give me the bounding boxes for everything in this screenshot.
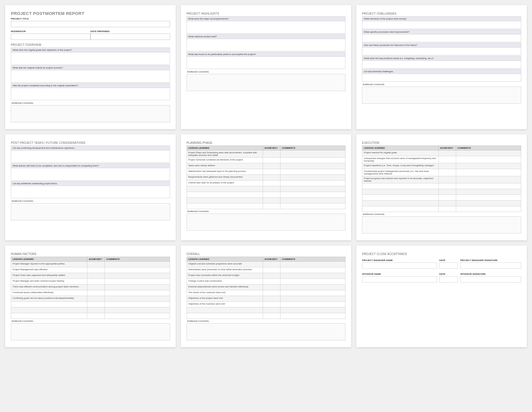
- achieved-cell[interactable]: [87, 273, 105, 279]
- comments-cell[interactable]: [280, 169, 345, 175]
- comments-cell[interactable]: [456, 150, 521, 156]
- comments-cell[interactable]: [456, 176, 521, 183]
- post-q2-input[interactable]: [11, 168, 170, 181]
- comments-cell[interactable]: [105, 290, 170, 296]
- highlights-q1-input[interactable]: [187, 21, 346, 34]
- overall-comments-input[interactable]: [187, 323, 346, 340]
- comments-cell[interactable]: [105, 302, 170, 307]
- comments-cell[interactable]: [105, 296, 170, 302]
- achieved-cell[interactable]: [438, 201, 456, 206]
- comments-cell[interactable]: [456, 189, 521, 195]
- achieved-cell[interactable]: [263, 198, 280, 203]
- achieved-cell[interactable]: [87, 262, 105, 267]
- comments-cell[interactable]: [105, 285, 170, 290]
- achieved-cell[interactable]: [438, 163, 456, 169]
- execution-comments-input[interactable]: [362, 216, 521, 234]
- comments-cell[interactable]: [280, 150, 345, 158]
- human-comments-input[interactable]: [11, 323, 170, 340]
- sp-name-input[interactable]: [362, 276, 437, 282]
- achieved-cell[interactable]: [438, 150, 456, 156]
- comments-cell[interactable]: [280, 267, 345, 273]
- highlights-q3-input[interactable]: [187, 56, 346, 69]
- comments-cell[interactable]: [456, 201, 521, 206]
- achieved-cell[interactable]: [263, 307, 280, 313]
- achieved-cell[interactable]: [263, 262, 280, 267]
- comments-cell[interactable]: [105, 279, 170, 285]
- achieved-cell[interactable]: [263, 313, 280, 319]
- comments-cell[interactable]: [280, 285, 345, 290]
- achieved-cell[interactable]: [438, 195, 456, 201]
- comments-cell[interactable]: [280, 262, 345, 267]
- achieved-cell[interactable]: [263, 175, 280, 181]
- project-title-input[interactable]: [11, 21, 170, 27]
- challenges-comments-input[interactable]: [362, 87, 521, 104]
- achieved-cell[interactable]: [263, 158, 280, 163]
- comments-cell[interactable]: [280, 279, 345, 285]
- achieved-cell[interactable]: [438, 169, 456, 176]
- overview-q1-input[interactable]: [11, 52, 170, 65]
- moderator-input[interactable]: [11, 34, 90, 40]
- achieved-cell[interactable]: [87, 307, 105, 313]
- comments-cell[interactable]: [280, 273, 345, 279]
- achieved-cell[interactable]: [263, 186, 280, 192]
- comments-cell[interactable]: [456, 163, 521, 169]
- comments-cell[interactable]: [105, 313, 170, 319]
- comments-cell[interactable]: [280, 158, 345, 163]
- comments-cell[interactable]: [280, 192, 345, 198]
- post-q3-input[interactable]: [11, 186, 170, 198]
- achieved-cell[interactable]: [263, 192, 280, 198]
- sp-date-input[interactable]: [439, 276, 458, 282]
- highlights-comments-input[interactable]: [187, 74, 346, 91]
- overview-q3-input[interactable]: [11, 88, 170, 100]
- achieved-cell[interactable]: [87, 296, 105, 302]
- achieved-cell[interactable]: [87, 279, 105, 285]
- post-comments-input[interactable]: [11, 203, 170, 220]
- comments-cell[interactable]: [456, 206, 521, 212]
- comments-cell[interactable]: [280, 198, 345, 203]
- achieved-cell[interactable]: [263, 279, 280, 285]
- achieved-cell[interactable]: [263, 169, 280, 175]
- post-q1-input[interactable]: [11, 150, 170, 163]
- comments-cell[interactable]: [280, 313, 345, 319]
- comments-cell[interactable]: [280, 181, 345, 186]
- achieved-cell[interactable]: [263, 302, 280, 307]
- achieved-cell[interactable]: [87, 267, 105, 273]
- comments-cell[interactable]: [105, 262, 170, 267]
- comments-cell[interactable]: [280, 296, 345, 302]
- achieved-cell[interactable]: [438, 176, 456, 183]
- date-prepared-input[interactable]: [90, 34, 170, 40]
- achieved-cell[interactable]: [87, 313, 105, 319]
- comments-cell[interactable]: [456, 169, 521, 176]
- comments-cell[interactable]: [105, 267, 170, 273]
- achieved-cell[interactable]: [87, 302, 105, 307]
- achieved-cell[interactable]: [263, 150, 280, 158]
- planning-comments-input[interactable]: [187, 213, 346, 231]
- comments-cell[interactable]: [105, 273, 170, 279]
- achieved-cell[interactable]: [263, 296, 280, 302]
- comments-cell[interactable]: [105, 307, 170, 313]
- overview-q2-input[interactable]: [11, 70, 170, 83]
- comments-cell[interactable]: [280, 163, 345, 169]
- comments-cell[interactable]: [456, 156, 521, 163]
- achieved-cell[interactable]: [263, 285, 280, 290]
- comments-cell[interactable]: [280, 175, 345, 181]
- challenges-q3-input[interactable]: [362, 47, 521, 55]
- achieved-cell[interactable]: [438, 183, 456, 189]
- achieved-cell[interactable]: [263, 181, 280, 186]
- comments-cell[interactable]: [456, 183, 521, 189]
- challenges-q2-input[interactable]: [362, 34, 521, 42]
- challenges-q5-input[interactable]: [362, 74, 521, 82]
- highlights-q2-input[interactable]: [187, 39, 346, 51]
- comments-cell[interactable]: [280, 203, 345, 209]
- comments-cell[interactable]: [280, 302, 345, 307]
- comments-cell[interactable]: [456, 195, 521, 201]
- achieved-cell[interactable]: [438, 156, 456, 163]
- achieved-cell[interactable]: [87, 290, 105, 296]
- comments-cell[interactable]: [280, 186, 345, 192]
- challenges-q1-input[interactable]: [362, 21, 521, 29]
- challenges-q4-input[interactable]: [362, 60, 521, 68]
- comments-cell[interactable]: [280, 307, 345, 313]
- achieved-cell[interactable]: [263, 273, 280, 279]
- overview-comments-input[interactable]: [11, 105, 170, 122]
- achieved-cell[interactable]: [438, 206, 456, 212]
